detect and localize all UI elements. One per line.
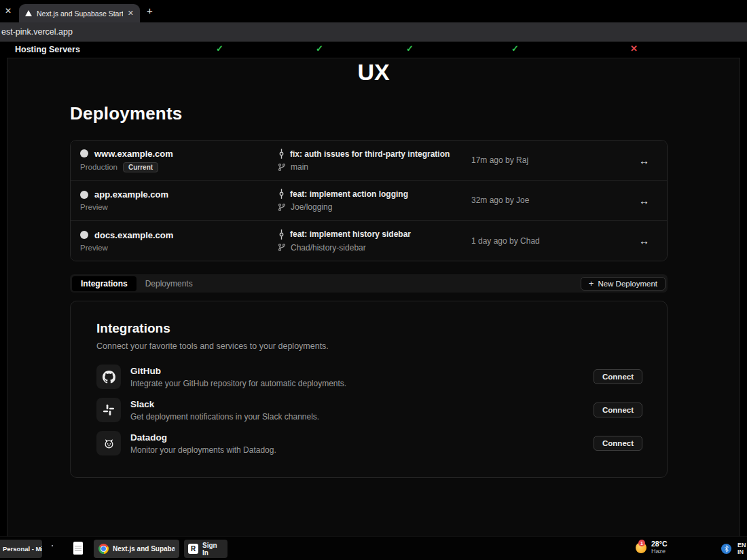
section-tabs: Integrations Deployments + New Deploymen…	[70, 274, 668, 293]
deployment-domain: app.example.com	[94, 189, 168, 200]
new-deployment-button[interactable]: + New Deployment	[581, 277, 666, 291]
url-text: est-pink.vercel.app	[1, 27, 73, 37]
screen: ✕ Next.js and Supabase Starter Ki ✕ + es…	[0, 0, 747, 560]
integrations-panel: Integrations Connect your favorite tools…	[70, 301, 668, 478]
check-icon: ✓	[406, 43, 414, 54]
plus-icon: +	[589, 280, 594, 287]
deployment-domain: www.example.com	[94, 149, 173, 159]
datadog-icon	[96, 431, 121, 455]
git-commit-icon	[278, 189, 285, 199]
taskbar: Personal - Mi Next.js and Supabase St R …	[0, 536, 747, 560]
commit-message: feat: implement history sidebar	[290, 229, 411, 239]
profile-label: Personal - Mi	[3, 545, 42, 553]
cross-icon: ✕	[630, 43, 638, 54]
check-icon: ✓	[511, 43, 519, 54]
connect-github-button[interactable]: Connect	[594, 369, 642, 384]
comparison-row-hosting-servers: Hosting Servers ✓ ✓ ✓ ✓ ✕	[0, 42, 747, 58]
branch-name: Chad/history-sidebar	[291, 243, 366, 253]
swap-arrow-icon[interactable]: ↔	[639, 155, 657, 166]
check-icon: ✓	[316, 43, 323, 54]
deployment-commit-col: feat: implement action logging Joe/loggi…	[278, 189, 471, 212]
deployment-site-col: docs.example.com Preview	[80, 230, 278, 252]
github-icon	[96, 365, 121, 389]
status-dot-icon	[80, 149, 88, 157]
status-dot-icon	[80, 191, 88, 199]
integration-item-datadog: Datadog Monitor your deployments with Da…	[96, 431, 642, 455]
deployment-commit-col: feat: implement history sidebar Chad/his…	[278, 229, 471, 253]
commit-message: fix: auth issues for third-party integra…	[290, 149, 450, 159]
tab-integrations[interactable]: Integrations	[72, 276, 136, 291]
deployment-environment: Preview	[80, 244, 108, 252]
integrations-title: Integrations	[96, 321, 642, 336]
deployments-list: www.example.com Production Current	[70, 140, 668, 261]
integration-item-slack: Slack Get deployment notifications in yo…	[96, 398, 642, 422]
taskbar-active-window[interactable]: Next.js and Supabase St	[94, 540, 179, 558]
language-line2: IN	[737, 548, 746, 555]
deployment-commit-col: fix: auth issues for third-party integra…	[278, 149, 471, 172]
branch-name: main	[291, 162, 308, 172]
deployment-row[interactable]: app.example.com Preview feat:	[71, 181, 667, 221]
connect-slack-button[interactable]: Connect	[594, 403, 642, 417]
deployment-row[interactable]: www.example.com Production Current	[71, 141, 667, 181]
commit-message: feat: implement action logging	[290, 189, 408, 199]
tab-deployments[interactable]: Deployments	[136, 276, 202, 291]
deployment-domain: docs.example.com	[94, 230, 173, 240]
taskbar-signin-window[interactable]: R Sign In	[184, 540, 227, 558]
content-column: Deployments www.example.com Production C…	[70, 103, 668, 478]
taskbar-profile-button[interactable]: Personal - Mi	[0, 540, 42, 558]
new-deployment-label: New Deployment	[598, 280, 657, 288]
address-bar[interactable]: est-pink.vercel.app	[0, 22, 747, 42]
integration-name: Datadog	[130, 432, 276, 443]
check-icon: ✓	[216, 43, 223, 54]
taskbar-language-indicator[interactable]: EN IN	[737, 542, 746, 555]
notification-badge: 1	[638, 540, 645, 546]
browser-tab-strip: ✕ Next.js and Supabase Starter Ki ✕ +	[0, 0, 747, 22]
git-commit-icon	[278, 149, 285, 159]
language-line1: EN	[737, 542, 746, 548]
integration-description: Get deployment notifications in your Sla…	[130, 412, 319, 422]
hero-heading: UX	[7, 58, 740, 85]
close-icon[interactable]: ✕	[5, 6, 12, 16]
r-app-icon: R	[188, 544, 198, 554]
notepad-taskbar-icon[interactable]	[73, 542, 83, 555]
deployment-environment: Production	[80, 163, 117, 171]
integration-item-github: GitHub Integrate your GitHub repository …	[96, 365, 642, 389]
deployment-environment: Preview	[80, 203, 108, 211]
vercel-favicon-icon	[25, 10, 32, 16]
deployment-site-col: app.example.com Preview	[80, 189, 278, 211]
chrome-icon	[98, 544, 109, 554]
sun-icon: 1	[636, 542, 646, 553]
deployment-site-col: www.example.com Production Current	[80, 149, 278, 172]
main-section: UX Deployments www.example.com Productio…	[7, 58, 740, 536]
slack-icon	[96, 398, 121, 422]
git-branch-icon	[278, 163, 286, 172]
weather-condition: Haze	[651, 548, 667, 555]
git-branch-icon	[278, 203, 286, 212]
deployment-meta: 17m ago by Raj	[471, 155, 639, 165]
deployment-row[interactable]: docs.example.com Preview feat	[71, 221, 667, 261]
integration-description: Monitor your deployments with Datadog.	[130, 445, 276, 455]
swap-arrow-icon[interactable]: ↔	[639, 235, 657, 246]
connect-datadog-button[interactable]: Connect	[594, 436, 642, 451]
bluetooth-icon[interactable]	[721, 544, 731, 554]
new-tab-button[interactable]: +	[147, 5, 153, 16]
branch-name: Joe/logging	[291, 202, 332, 212]
current-badge: Current	[123, 162, 158, 172]
tab-close-icon[interactable]: ✕	[128, 9, 134, 18]
git-branch-icon	[278, 243, 286, 252]
deployment-meta: 32m ago by Joe	[471, 195, 639, 205]
integration-description: Integrate your GitHub repository for aut…	[130, 379, 346, 388]
deployments-heading: Deployments	[70, 103, 668, 124]
active-window-label: Next.js and Supabase St	[113, 545, 175, 553]
sign-in-label: Sign In	[202, 542, 223, 557]
integration-name: Slack	[130, 399, 319, 409]
weather-temperature: 28°C	[651, 540, 667, 548]
integrations-list: GitHub Integrate your GitHub repository …	[96, 365, 642, 455]
deployment-meta: 1 day ago by Chad	[471, 236, 639, 246]
taskbar-weather-widget[interactable]: 1 28°C Haze	[636, 540, 667, 555]
swap-arrow-icon[interactable]: ↔	[639, 195, 657, 206]
status-dot-icon	[80, 231, 88, 239]
integrations-subtitle: Connect your favorite tools and services…	[96, 341, 642, 351]
browser-tab[interactable]: Next.js and Supabase Starter Ki ✕	[19, 4, 140, 22]
hosting-servers-label: Hosting Servers	[15, 45, 80, 54]
